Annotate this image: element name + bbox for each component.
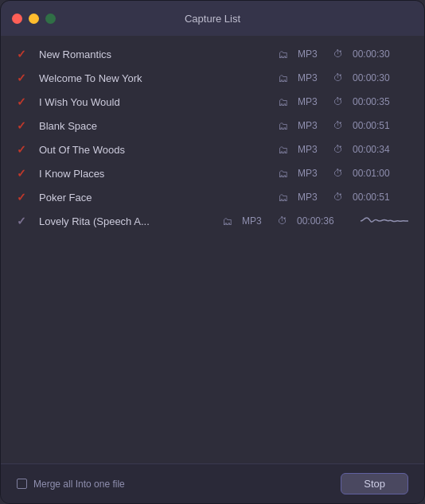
folder-icon: 🗂 — [278, 72, 288, 84]
check-icon: ✓ — [17, 48, 31, 60]
track-name: Lovely Rita (Speech A... — [39, 215, 214, 227]
folder-icon: 🗂 — [278, 120, 288, 132]
duration-label: 00:00:30 — [353, 48, 408, 60]
main-window: Capture List ✓New Romantics🗂MP3⏱00:00:30… — [0, 0, 425, 504]
list-item[interactable]: ✓Welcome To New York🗂MP3⏱00:00:30 — [1, 66, 424, 90]
footer: Merge all Into one file Stop — [1, 463, 424, 503]
list-item[interactable]: ✓Poker Face🗂MP3⏱00:00:51 — [1, 185, 424, 209]
merge-checkbox[interactable] — [17, 479, 27, 489]
format-label: MP3 — [298, 120, 326, 131]
track-name: Blank Space — [39, 120, 270, 132]
check-icon: ✓ — [17, 215, 31, 227]
track-name: I Wish You Would — [39, 96, 270, 108]
format-label: MP3 — [298, 72, 326, 83]
clock-icon: ⏱ — [333, 168, 343, 179]
format-label: MP3 — [298, 192, 326, 203]
clock-icon: ⏱ — [333, 48, 343, 60]
list-item[interactable]: ✓Blank Space🗂MP3⏱00:00:51 — [1, 114, 424, 138]
duration-label: 00:01:00 — [353, 168, 408, 179]
clock-icon: ⏱ — [278, 215, 287, 227]
check-icon: ✓ — [17, 191, 31, 204]
folder-icon: 🗂 — [278, 144, 288, 156]
stop-button[interactable]: Stop — [341, 473, 408, 494]
folder-icon: 🗂 — [278, 96, 288, 108]
duration-label: 00:00:36 — [297, 215, 353, 227]
window-title: Capture List — [185, 13, 240, 25]
track-name: I Know Places — [39, 168, 270, 180]
format-label: MP3 — [298, 144, 326, 155]
waveform-icon — [361, 215, 408, 227]
clock-icon: ⏱ — [333, 120, 343, 131]
clock-icon: ⏱ — [333, 96, 343, 107]
folder-icon: 🗂 — [278, 192, 288, 204]
close-button[interactable] — [12, 14, 22, 24]
clock-icon: ⏱ — [333, 144, 343, 155]
track-list: ✓New Romantics🗂MP3⏱00:00:30✓Welcome To N… — [1, 36, 424, 463]
minimize-button[interactable] — [29, 14, 39, 24]
folder-icon: 🗂 — [278, 168, 288, 180]
track-name: Welcome To New York — [39, 72, 270, 84]
check-icon: ✓ — [17, 95, 31, 108]
clock-icon: ⏱ — [333, 192, 343, 203]
duration-label: 00:00:51 — [353, 192, 408, 203]
duration-label: 00:00:34 — [353, 144, 408, 155]
list-item[interactable]: ✓I Wish You Would🗂MP3⏱00:00:35 — [1, 90, 424, 114]
titlebar: Capture List — [1, 1, 424, 36]
merge-label: Merge all Into one file — [33, 479, 125, 490]
merge-checkbox-group: Merge all Into one file — [17, 479, 341, 490]
duration-label: 00:00:35 — [353, 96, 408, 107]
format-label: MP3 — [242, 215, 270, 227]
folder-icon: 🗂 — [222, 215, 232, 227]
check-icon: ✓ — [17, 167, 31, 180]
format-label: MP3 — [298, 168, 326, 179]
track-name: New Romantics — [39, 48, 270, 60]
duration-label: 00:00:30 — [353, 72, 408, 83]
check-icon: ✓ — [17, 119, 31, 132]
check-icon: ✓ — [17, 72, 31, 84]
format-label: MP3 — [298, 96, 326, 107]
list-item[interactable]: ✓Out Of The Woods🗂MP3⏱00:00:34 — [1, 138, 424, 161]
track-name: Poker Face — [39, 192, 270, 204]
list-item[interactable]: ✓New Romantics🗂MP3⏱00:00:30 — [1, 42, 424, 66]
folder-icon: 🗂 — [278, 48, 288, 60]
traffic-lights — [12, 14, 56, 24]
list-item[interactable]: ✓Lovely Rita (Speech A...🗂MP3⏱00:00:36 — [1, 209, 424, 233]
list-item[interactable]: ✓I Know Places🗂MP3⏱00:01:00 — [1, 161, 424, 185]
format-label: MP3 — [298, 48, 326, 60]
clock-icon: ⏱ — [333, 72, 343, 83]
maximize-button[interactable] — [45, 14, 56, 24]
track-name: Out Of The Woods — [39, 144, 270, 156]
duration-label: 00:00:51 — [353, 120, 408, 131]
check-icon: ✓ — [17, 143, 31, 156]
